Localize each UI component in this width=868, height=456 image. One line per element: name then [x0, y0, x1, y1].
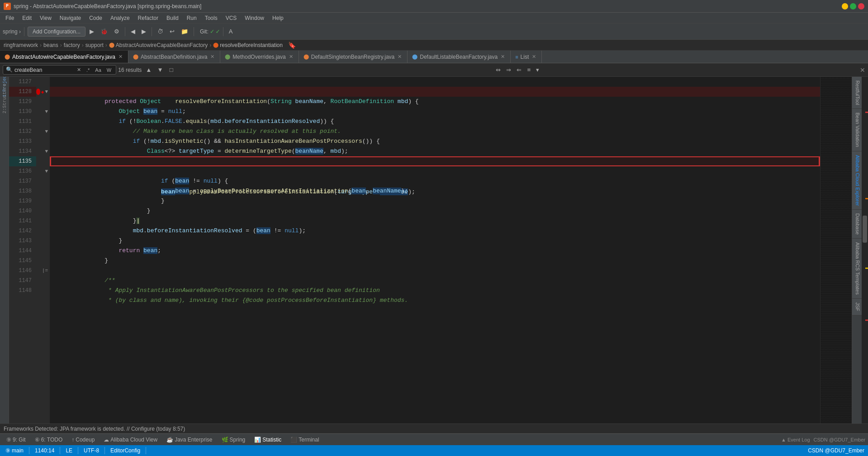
status-indent-item[interactable]: EditorConfig	[109, 447, 142, 454]
back-button[interactable]: ◀	[128, 27, 138, 36]
menu-vcs[interactable]: VCS	[222, 14, 241, 22]
status-position-item[interactable]: 1140:14	[33, 447, 56, 454]
search-option2-button[interactable]: ⇒	[504, 66, 513, 74]
minimize-button[interactable]	[842, 3, 848, 9]
translate-button[interactable]: A	[227, 27, 235, 36]
tab-close-4[interactable]: ✕	[397, 53, 403, 60]
fold-icon-1132[interactable]: ▼	[45, 129, 48, 134]
fold-icon-1146[interactable]: |=	[42, 268, 48, 273]
statistic-tab[interactable]: 📊 Statistic	[251, 436, 285, 444]
structure-icon[interactable]: 2:Structure	[0, 92, 11, 105]
search-input-container[interactable]: 🔍 ✕ .* Aa W	[3, 65, 116, 75]
menu-file[interactable]: File	[2, 14, 18, 22]
menu-navigate[interactable]: Navigate	[56, 14, 85, 22]
search-input[interactable]	[14, 67, 73, 73]
breadcrumb-beans[interactable]: beans	[43, 42, 58, 48]
search-prev-button[interactable]: ▲	[143, 66, 154, 74]
gutter-icon-1130: ▼	[36, 107, 50, 117]
close-button[interactable]	[858, 3, 864, 9]
search-regex-button[interactable]: .*	[85, 67, 91, 73]
java-enterprise-tab[interactable]: ☕ Java Enterprise	[163, 436, 216, 444]
tab-close-3[interactable]: ✕	[288, 53, 294, 60]
run-button[interactable]: ▶	[87, 27, 96, 36]
search-option4-button[interactable]: ≡	[525, 66, 533, 74]
add-configuration-button[interactable]: Add Configuration...	[28, 27, 85, 37]
fold-icon-1130[interactable]: ▼	[45, 109, 48, 114]
breadcrumb-class[interactable]: AbstractAutowireCapableBeanFactory	[116, 42, 208, 48]
find-usages-button[interactable]: 📁	[179, 27, 190, 36]
search-close-button[interactable]: ✕	[860, 66, 865, 74]
menu-tools[interactable]: Tools	[201, 14, 221, 22]
restful-tool-panel[interactable]: RestfulTool	[852, 77, 862, 109]
forward-button[interactable]: ▶	[139, 27, 148, 36]
search-case-button[interactable]: Aa	[93, 67, 103, 73]
revert-button[interactable]: ↩	[167, 27, 177, 36]
spring-tab[interactable]: 🌿 Spring	[218, 436, 249, 444]
bean-validation-panel[interactable]: Bean Validation	[852, 109, 862, 151]
scrollbar-thumb[interactable]	[863, 216, 867, 243]
breadcrumb-factory[interactable]: factory	[64, 42, 80, 48]
status-user-label: CSDN @GDU7_Ember	[808, 447, 864, 454]
search-select-all-button[interactable]: □	[167, 66, 175, 74]
tab-abstractbeandefinition[interactable]: ⬤ AbstractBeanDefinition.java ✕	[128, 51, 220, 63]
menu-refactor[interactable]: Refactor	[134, 14, 162, 22]
vertical-scrollbar[interactable]	[862, 77, 868, 423]
todo-tab[interactable]: ⑥ 6: TODO	[31, 436, 66, 444]
code-editor[interactable]: @Nullable protected Object resolveBefore…	[50, 77, 820, 423]
maximize-button[interactable]	[850, 3, 856, 9]
tab-defaultlistablebeanfactory[interactable]: ⬤ DefaultListableBeanFactory.java ✕	[408, 51, 511, 63]
menu-help[interactable]: Help	[269, 14, 287, 22]
menu-build[interactable]: Build	[163, 14, 182, 22]
tab-close-2[interactable]: ✕	[209, 53, 215, 60]
jsf-panel[interactable]: JSF	[852, 299, 862, 315]
menu-window[interactable]: Window	[241, 14, 268, 22]
search-option3-button[interactable]: ⇐	[514, 66, 524, 74]
breakpoint-diamond-icon: ◆	[41, 89, 44, 95]
menu-view[interactable]: View	[36, 14, 55, 22]
debug-button[interactable]: 🐞	[98, 27, 110, 36]
bookmark-button[interactable]: 🔖	[288, 42, 296, 49]
alibaba-cloud-tab[interactable]: ☁ Alibaba Cloud View	[100, 436, 161, 444]
search-clear-button[interactable]: ✕	[75, 66, 83, 73]
tab-close-6[interactable]: ✕	[531, 53, 537, 60]
search-filter-button[interactable]: ▾	[534, 66, 541, 74]
menu-run[interactable]: Run	[183, 14, 200, 22]
status-encoding-item[interactable]: UTF-8	[82, 447, 101, 454]
tab-icon-5: ⬤	[412, 54, 417, 60]
fold-icon-1136[interactable]: ▼	[45, 169, 48, 174]
tab-abstractautowirecapablebeanfactory[interactable]: ⬤ AbstractAutowireCapableBeanFactory.jav…	[0, 51, 128, 63]
code-line-1140: }|	[50, 206, 820, 216]
menu-code[interactable]: Code	[85, 14, 106, 22]
tab-close-1[interactable]: ✕	[118, 53, 123, 60]
search-word-button[interactable]: W	[105, 67, 113, 73]
breadcrumb-support[interactable]: support	[85, 42, 104, 48]
tab-methodoverrides[interactable]: ⬤ MethodOverrides.java ✕	[220, 51, 299, 63]
recent-files-button[interactable]: ⏱	[155, 27, 166, 36]
terminal-tab[interactable]: ⬛ Terminal	[287, 436, 323, 444]
event-log-button[interactable]: ▲ Event Log	[781, 437, 810, 442]
status-linesep-item[interactable]: LE	[64, 447, 74, 454]
tab-close-5[interactable]: ✕	[500, 53, 506, 60]
search-option1-button[interactable]: ⇔	[493, 66, 503, 74]
breakpoint-icon[interactable]	[36, 89, 40, 95]
code-line-1137: bean = applyBeanPostProcessorsAfterIniti…	[50, 176, 820, 186]
menu-edit[interactable]: Edit	[19, 14, 35, 22]
search-next-button[interactable]: ▼	[155, 66, 165, 74]
status-git-item[interactable]: ⑨ main	[4, 447, 25, 454]
coverage-button[interactable]: ⚙	[112, 27, 122, 36]
breadcrumb-method[interactable]: resolveBeforeInstantiation	[220, 42, 283, 48]
window-controls[interactable]	[842, 3, 864, 9]
alibaba-rcs-panel[interactable]: Alibaba RCS Templates	[852, 239, 862, 299]
git-tab[interactable]: ⑨ 9: Git	[3, 436, 29, 444]
search-nav-buttons: ▲ ▼	[143, 66, 165, 74]
menu-analyze[interactable]: Analyze	[107, 14, 133, 22]
alibaba-cloud-panel[interactable]: Alibaba Cloud Explorer	[852, 151, 862, 210]
fold-icon-1128[interactable]: ▼	[45, 89, 48, 94]
tab-list[interactable]: ≡ List ✕	[511, 51, 542, 63]
breadcrumb-ringframework[interactable]: ringframework	[4, 42, 38, 48]
tab-defaultsingletонbeanregistry[interactable]: ⬤ DefaultSingletonBeanRegistry.java ✕	[299, 51, 408, 63]
codeup-tab[interactable]: ↑ Codeup	[68, 436, 98, 444]
fold-icon-1134[interactable]: ▼	[45, 149, 48, 154]
database-panel[interactable]: Database	[852, 210, 862, 239]
gutter-icon-1133	[36, 136, 50, 146]
